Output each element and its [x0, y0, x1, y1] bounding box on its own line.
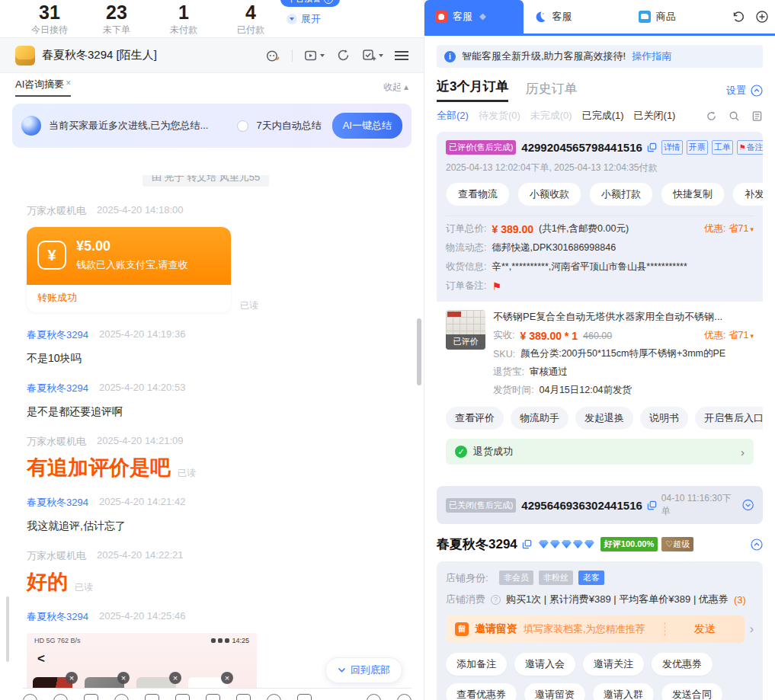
view-coupon-button[interactable]: 查看优惠券 — [446, 683, 517, 700]
transfer-card[interactable]: ¥ ¥5.00 钱款已入账支付宝,请查收 转账成功 — [27, 227, 231, 312]
reship-button[interactable]: 补发 — [732, 182, 763, 206]
ai-assistant-icon[interactable] — [265, 48, 280, 63]
order-detail-link[interactable]: 详情 — [661, 140, 683, 155]
refund-status-bar[interactable]: ✓ 退货成功 › — [446, 439, 754, 465]
document-icon[interactable] — [751, 110, 763, 122]
back-to-bottom-button[interactable]: 回到底部 — [325, 657, 402, 683]
emoji-icon[interactable] — [23, 694, 37, 700]
quick-copy-button[interactable]: 快捷复制 — [661, 182, 725, 206]
order-settings[interactable]: 设置 — [726, 84, 763, 102]
logistics-helper-button[interactable]: 物流助手 — [511, 407, 568, 430]
discount-toggle[interactable]: 优惠: 省71▾ — [704, 329, 754, 342]
time-icon[interactable] — [267, 694, 281, 700]
filter-unfinished[interactable]: 未完成(0) — [530, 109, 572, 123]
add-note-button[interactable]: 添加备注 — [446, 653, 507, 676]
refresh-icon[interactable] — [336, 48, 351, 62]
tab-product[interactable]: 商品 — [628, 0, 732, 34]
image-message[interactable]: HD 5G 762 B/s 14:25 < × × × × — [27, 633, 257, 688]
message-sender[interactable]: 万家水暖机电 — [27, 435, 86, 449]
small-receive-button[interactable]: 小额收款 — [517, 182, 581, 206]
file-icon[interactable] — [145, 694, 159, 700]
undo-icon[interactable] — [732, 10, 745, 24]
send-coupon-button[interactable]: 发优惠券 — [652, 653, 713, 676]
invite-info-button[interactable]: 邀请留资 — [524, 683, 585, 700]
chevron-right-icon[interactable]: › — [750, 622, 754, 636]
tab-ai-summary[interactable]: AI咨询摘要× — [15, 78, 71, 97]
coupon-count[interactable]: (3) — [734, 594, 746, 606]
refresh-icon[interactable] — [706, 110, 717, 122]
flag-icon[interactable]: ⚑ — [492, 280, 501, 292]
stat-no-order[interactable]: 23 未下单 — [94, 0, 139, 37]
left-scrollbar[interactable] — [6, 596, 9, 662]
message-sender[interactable]: 春夏秋冬3294 — [27, 610, 88, 624]
order-card-closed[interactable]: 已关闭(售后完成) 4295646936302441516 04-10 11:1… — [437, 486, 763, 524]
discount-toggle[interactable]: 优惠: 省71▾ — [704, 222, 754, 235]
chat-message-list[interactable]: 由 光于 转文培 风里儿55 万家水暖机电 2025-4-20 14:18:00… — [0, 154, 424, 688]
grid-icon[interactable] — [206, 694, 220, 700]
phone-icon[interactable] — [367, 694, 381, 700]
doc-icon[interactable] — [297, 694, 312, 700]
scissors-icon[interactable] — [53, 694, 68, 700]
invite-group-button[interactable]: 邀请入群 — [593, 683, 654, 700]
order-remark-link[interactable]: ⚑备注 — [737, 140, 763, 155]
magic-icon[interactable] — [114, 694, 129, 700]
buyer-avatar[interactable] — [15, 46, 35, 66]
filter-to-ship[interactable]: 待发货(0) — [479, 109, 520, 123]
message-sender[interactable]: 春夏秋冬3294 — [27, 496, 88, 510]
platform-warning-badge[interactable]: 平台预警? — [280, 0, 340, 7]
product-title[interactable]: 不锈钢PE复合全自动无塔供水器家用全自动不锈钢... — [493, 310, 754, 324]
invite-banner[interactable]: 留 邀请留资 填写家装档案,为您精准推荐 发送 — [446, 615, 745, 643]
invite-follow-button[interactable]: 邀请关注 — [583, 653, 644, 676]
chat-scrollbar[interactable] — [417, 318, 421, 385]
search-icon[interactable] — [729, 110, 740, 122]
stat-today-reception[interactable]: 31 今日接待 — [27, 0, 72, 37]
view-review-button[interactable]: 查看评价 — [446, 407, 504, 430]
order-invoice-link[interactable]: 开票 — [687, 140, 708, 155]
ai-summary-button[interactable]: AI一键总结 — [332, 113, 402, 139]
more-icon[interactable] — [397, 694, 412, 700]
auto-summary-checkbox[interactable] — [237, 120, 248, 132]
message-text: 不是10块吗 — [27, 352, 424, 366]
tab-service-active[interactable]: 客服 — [424, 0, 524, 34]
copy-icon[interactable] — [647, 142, 657, 152]
invite-join-button[interactable]: 邀请入会 — [514, 653, 575, 676]
help-icon[interactable]: ? — [491, 595, 501, 605]
wangwang-icon[interactable] — [236, 694, 251, 700]
tab-service-2[interactable]: 客服 — [524, 0, 627, 34]
collapse-toggle[interactable]: 收起▴ — [383, 81, 408, 94]
tab-history-orders[interactable]: 历史订单 — [525, 80, 577, 102]
customer-name[interactable]: 春夏秋冬3294 — [437, 535, 517, 553]
guide-link[interactable]: 操作指南 — [632, 50, 671, 63]
add-plugin-icon[interactable] — [755, 10, 769, 24]
filter-all[interactable]: 全部(2) — [437, 109, 469, 123]
message-sender[interactable]: 春夏秋冬3294 — [27, 382, 88, 395]
close-icon[interactable]: × — [66, 78, 71, 91]
chevron-down-circle-icon[interactable] — [742, 499, 754, 511]
message-sender[interactable]: 万家水暖机电 — [27, 549, 86, 563]
copy-icon[interactable] — [647, 500, 657, 510]
expand-toggle[interactable]: 展开 — [287, 12, 321, 26]
task-add-icon[interactable] — [362, 48, 383, 62]
message-sender[interactable]: 春夏秋冬3294 — [27, 328, 88, 342]
return-exchange-button[interactable]: 发起退换 — [575, 407, 633, 430]
menu-icon[interactable] — [395, 51, 408, 60]
view-logistics-button[interactable]: 查看物流 — [446, 182, 510, 206]
order-ticket-link[interactable]: 工单 — [712, 140, 733, 155]
tab-recent-orders[interactable]: 近3个月订单 — [437, 78, 508, 102]
message-sender[interactable]: 万家水暖机电 — [27, 204, 86, 218]
transfer-icon[interactable] — [175, 694, 190, 700]
copy-icon[interactable] — [522, 539, 532, 549]
filter-completed[interactable]: 已完成(1) — [582, 109, 624, 123]
product-thumbnail[interactable]: 已评价 — [446, 310, 485, 350]
small-pay-button[interactable]: 小额打款 — [589, 182, 653, 206]
video-menu-icon[interactable] — [304, 49, 325, 62]
aftersale-entry-button[interactable]: 开启售后入口 — [695, 407, 763, 430]
stat-paid[interactable]: 4 已付款 — [229, 0, 273, 37]
manual-button[interactable]: 说明书 — [640, 407, 688, 430]
image-icon[interactable] — [84, 694, 98, 700]
collapse-customer-icon[interactable] — [751, 539, 763, 551]
send-button[interactable]: 发送 — [694, 622, 716, 636]
stat-unpaid[interactable]: 1 未付款 — [162, 0, 206, 37]
send-contract-button[interactable]: 发送合同 — [661, 683, 722, 700]
filter-closed[interactable]: 已关闭(1) — [634, 109, 676, 123]
